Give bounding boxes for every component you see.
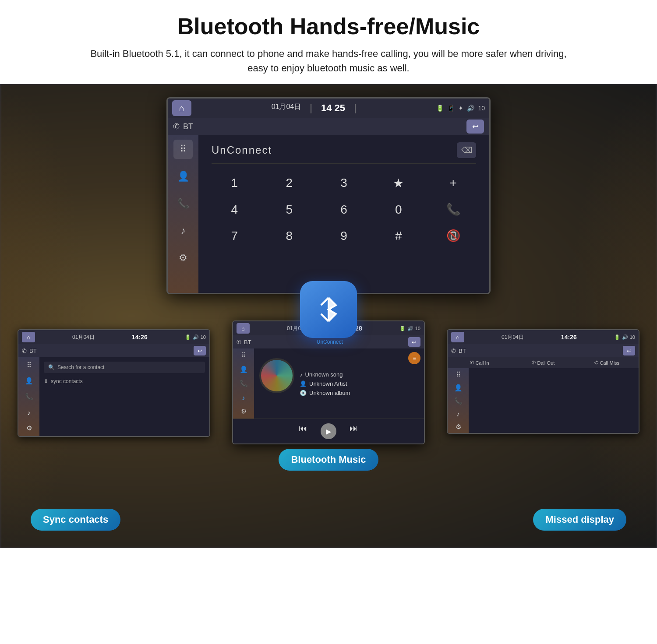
date-display: 01月04日 | 14 25 | — [272, 102, 357, 114]
next-button[interactable]: ⏭ — [350, 423, 358, 439]
contacts-content: 🔍 Search for a contact ⬇ sync contacts — [39, 357, 209, 436]
dial-key-6[interactable]: 6 — [321, 199, 367, 220]
left-music-icon[interactable]: ♪ — [22, 407, 36, 418]
missed-display-callout: Missed display — [533, 509, 626, 531]
left-icons: 🔋 🔊 10 — [185, 334, 206, 340]
music-call-log-icon[interactable]: 📞 — [237, 379, 251, 388]
music-dialpad-icon[interactable]: ⠿ — [237, 351, 251, 360]
dial-key-9[interactable]: 9 — [321, 225, 367, 246]
right-contacts-icon[interactable]: 👤 — [451, 384, 465, 392]
main-status-bar: ⌂ 01月04日 | 14 25 | 🔋 📱 ✦ 🔊 10 — [168, 99, 489, 118]
phone-icon: ✆ — [173, 122, 180, 131]
divider2: | — [354, 102, 357, 114]
bottom-left-screen: ⌂ 01月04日 14:26 🔋 🔊 10 ✆ BT ↩ — [18, 329, 210, 437]
contacts-area: ⠿ 👤 📞 ♪ ⚙ 🔍 Search for a contact ⬇ — [18, 357, 209, 436]
middle-icons: 🔋 🔊 10 — [399, 326, 420, 331]
call-in-icon: ✆ — [470, 360, 474, 366]
end-call-button[interactable]: 📵 — [430, 225, 476, 246]
left-dialpad-icon[interactable]: ⠿ — [22, 360, 36, 370]
bg-section: ⌂ 01月04日 | 14 25 | 🔋 📱 ✦ 🔊 10 — [0, 84, 657, 548]
sync-contacts-callout: Sync contacts — [31, 509, 120, 531]
artist-line: 👤 Unknown Artist — [300, 380, 350, 387]
dial-key-4[interactable]: 4 — [212, 199, 258, 220]
dial-key-plus[interactable]: + — [430, 172, 476, 194]
dial-out-text: Dail Out — [537, 360, 555, 366]
tab-dial-out[interactable]: ✆ Dail Out — [511, 357, 575, 368]
prev-button[interactable]: ⏮ — [299, 423, 307, 439]
right-settings-icon[interactable]: ⚙ — [451, 423, 465, 431]
tab-call-in[interactable]: ✆ Call In — [448, 357, 511, 368]
left-back-btn[interactable]: ↩ — [194, 346, 206, 355]
middle-vol-val: 10 — [415, 326, 420, 331]
sidebar-dialpad[interactable]: ⠿ — [173, 140, 193, 159]
dial-key-5[interactable]: 5 — [266, 199, 312, 220]
bluetooth-icon: ✦ — [458, 105, 463, 112]
right-music-icon[interactable]: ♪ — [451, 410, 465, 418]
page-title: Bluetooth Hands-free/Music — [26, 13, 631, 39]
middle-screen: ⌂ 01月04日 14:28 🔋 🔊 10 ✆ BT UnConnect — [232, 320, 425, 444]
album-line: 💿 Unknown album — [300, 390, 350, 396]
sidebar-contacts[interactable]: 👤 — [173, 167, 193, 186]
dial-key-8[interactable]: 8 — [266, 225, 312, 246]
volume-icon: 🔊 — [467, 105, 474, 112]
dial-key-0[interactable]: 0 — [375, 199, 421, 220]
dial-out-icon: ✆ — [532, 360, 536, 366]
right-dialpad-icon[interactable]: ⠿ — [451, 371, 465, 379]
right-battery-icon: 🔋 — [614, 334, 620, 340]
sync-contacts-text: sync contacts — [51, 378, 83, 384]
header-section: Bluetooth Hands-free/Music Built-in Blue… — [0, 0, 657, 84]
usb-icon: 📱 — [447, 105, 455, 112]
left-call-log-icon[interactable]: 📞 — [22, 391, 36, 402]
music-note-icon[interactable]: ♪ — [237, 393, 251, 402]
left-home-btn[interactable]: ⌂ — [22, 332, 35, 342]
left-contacts-icon[interactable]: 👤 — [22, 376, 36, 386]
missed-calls-main — [469, 368, 639, 433]
left-settings-icon[interactable]: ⚙ — [22, 423, 36, 433]
tab-call-miss[interactable]: ✆ Call Miss — [575, 357, 639, 368]
right-icons: 🔋 🔊 10 — [614, 334, 635, 340]
dial-key-hash[interactable]: # — [375, 225, 421, 246]
left-sidebar: ⠿ 👤 📞 ♪ ⚙ — [18, 357, 39, 436]
middle-unconnect: UnConnect — [317, 339, 343, 345]
right-back-btn[interactable]: ↩ — [623, 346, 635, 355]
dial-grid: 1 2 3 ★ + 4 5 6 0 📞 7 8 9 # 📵 — [212, 172, 476, 246]
sidebar-settings[interactable]: ⚙ — [173, 248, 193, 267]
music-contacts-icon[interactable]: 👤 — [237, 365, 251, 374]
dial-key-star[interactable]: ★ — [375, 172, 421, 194]
time-text: 14 25 — [321, 102, 345, 114]
right-bt-header: ✆ BT ↩ — [448, 344, 639, 357]
right-home-btn[interactable]: ⌂ — [451, 332, 464, 342]
sync-contacts-badge: Sync contacts — [31, 509, 120, 531]
music-settings-icon[interactable]: ⚙ — [237, 407, 251, 416]
subtitle-text: Built-in Bluetooth 5.1, it can connect t… — [88, 46, 569, 75]
sidebar-music[interactable]: ♪ — [173, 221, 193, 240]
music-note-small: ♪ — [300, 371, 303, 378]
right-call-log-icon[interactable]: 📞 — [451, 397, 465, 405]
album-art — [259, 358, 294, 393]
dial-key-1[interactable]: 1 — [212, 172, 258, 194]
middle-back-btn[interactable]: ↩ — [408, 337, 420, 347]
back-button[interactable]: ↩ — [466, 120, 484, 134]
eq-button[interactable]: ≡ — [408, 352, 420, 364]
bottom-screens-wrapper: ⌂ 01月04日 14:26 🔋 🔊 10 ✆ BT ↩ — [0, 294, 657, 548]
sidebar-call-log[interactable]: 📞 — [173, 194, 193, 213]
middle-home-btn[interactable]: ⌂ — [237, 323, 250, 334]
music-content: ⠿ 👤 📞 ♪ ⚙ ♪ Unknown song — [233, 348, 424, 419]
dial-key-7[interactable]: 7 — [212, 225, 258, 246]
middle-bt-label: ✆ BT — [237, 339, 251, 345]
call-button[interactable]: 📞 — [430, 199, 476, 220]
right-phone-icon: ✆ — [451, 348, 456, 354]
music-main-area: ♪ Unknown song 👤 Unknown Artist 💿 Unknow… — [254, 348, 424, 419]
album-name: Unknown album — [309, 390, 350, 396]
dial-key-3[interactable]: 3 — [321, 172, 367, 194]
play-button[interactable]: ▶ — [321, 423, 336, 439]
missed-calls-tabs: ✆ Call In ✆ Dail Out ✆ Call Miss — [448, 357, 639, 368]
backspace-button[interactable]: ⌫ — [457, 142, 476, 158]
sync-contacts-row[interactable]: ⬇ sync contacts — [44, 377, 205, 386]
home-button[interactable]: ⌂ — [172, 100, 191, 116]
search-bar[interactable]: 🔍 Search for a contact — [44, 362, 205, 373]
bt-header: ✆ BT ↩ — [168, 118, 489, 135]
missed-display-badge: Missed display — [533, 509, 626, 531]
bottom-right-screen: ⌂ 01月04日 14:26 🔋 🔊 10 ✆ BT ↩ — [447, 329, 639, 434]
dial-key-2[interactable]: 2 — [266, 172, 312, 194]
